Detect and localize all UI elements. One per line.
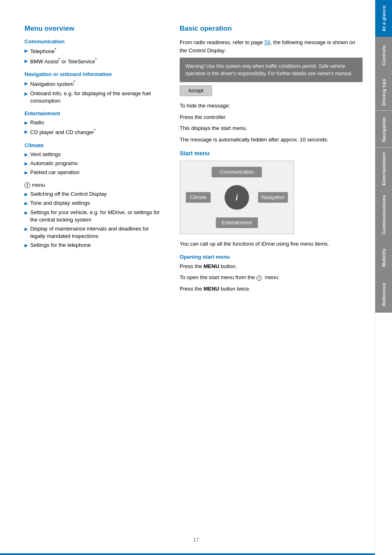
you-can-text: You can call up all the functions of iDr… xyxy=(180,240,363,248)
warning-box: Warning! Use this system only when traff… xyxy=(180,58,363,82)
bullet-arrow-icon: ▶ xyxy=(24,210,28,216)
opening-start-menu-heading: Opening start menu xyxy=(180,254,363,260)
item-text: Tone and display settings xyxy=(30,199,90,207)
i-menu-heading: i menu xyxy=(24,182,163,188)
item-text: Switching off the Control Display xyxy=(30,190,107,198)
bullet-arrow-icon: ▶ xyxy=(24,120,28,126)
warning-text: Warning! Use this system only when traff… xyxy=(185,63,352,76)
communication-heading: Communication xyxy=(24,38,163,45)
menu-item-communication: Communication xyxy=(212,167,262,177)
page-link[interactable]: 59 xyxy=(264,39,270,45)
bottom-bar xyxy=(0,553,375,555)
sidebar-tab-entertainment[interactable]: Entertainment xyxy=(375,148,392,190)
item-text: Telephone* xyxy=(30,47,56,56)
auto-hide-text: The message is automatically hidden afte… xyxy=(180,136,363,144)
bullet-arrow-icon: ▶ xyxy=(24,81,28,87)
sidebar-tab-mobility[interactable]: Mobility xyxy=(375,239,392,276)
bullet-arrow-icon: ▶ xyxy=(24,226,28,232)
hide-message-text: To hide the message: xyxy=(180,102,363,110)
main-content: Menu overview Communication ▶ Telephone*… xyxy=(0,0,375,555)
bullet-arrow-icon: ▶ xyxy=(24,152,28,158)
list-item: ▶ Automatic programs xyxy=(24,160,163,167)
list-item: ▶ BMW Assist* or TeleService* xyxy=(24,57,163,66)
list-item: ▶ Settings for the telephone xyxy=(24,242,163,249)
item-text: Display of maintenance intervals and dea… xyxy=(30,225,163,240)
list-item: ▶ Telephone* xyxy=(24,47,163,56)
i-center-icon: i xyxy=(236,193,238,202)
sidebar: At a glance Controls Driving tips Naviga… xyxy=(375,0,392,555)
item-text: Radio xyxy=(30,119,44,126)
item-text: Settings for the telephone xyxy=(30,242,91,249)
sidebar-tab-navigation[interactable]: Navigation xyxy=(375,111,392,148)
item-text: Onboard info, e.g. for displaying of the… xyxy=(30,90,163,105)
bullet-arrow-icon: ▶ xyxy=(24,161,28,167)
page-container: Menu overview Communication ▶ Telephone*… xyxy=(0,0,392,555)
item-text: Parked car operation xyxy=(30,169,80,176)
bullet-arrow-icon: ▶ xyxy=(24,91,28,97)
list-item: ▶ Tone and display settings xyxy=(24,199,163,207)
menu-item-climate: Climate xyxy=(186,192,211,203)
menu-item-navigation: Navigation xyxy=(258,192,288,203)
left-column: Menu overview Communication ▶ Telephone*… xyxy=(24,25,163,539)
hide-step-2: This displays the start menu. xyxy=(180,124,363,132)
i-menu-label: menu xyxy=(32,182,45,188)
start-menu-diagram: Communication Climate i Navigation Enter… xyxy=(180,161,294,234)
list-item: ▶ Display of maintenance intervals and d… xyxy=(24,225,163,240)
bullet-arrow-icon: ▶ xyxy=(24,200,28,206)
sidebar-tab-at-a-glance[interactable]: At a glance xyxy=(375,0,392,37)
open-step-3: Press the MENU button twice. xyxy=(180,285,363,293)
item-text: Navigation system* xyxy=(30,80,75,88)
menu-item-entertainment: Entertainment xyxy=(216,217,258,228)
bullet-arrow-icon: ▶ xyxy=(24,129,28,135)
item-text: BMW Assist* or TeleService* xyxy=(30,57,97,66)
list-item: ▶ Vent settings xyxy=(24,151,163,158)
sidebar-tab-communications[interactable]: Communications xyxy=(375,190,392,239)
navigation-info-heading: Navigation or onboard information xyxy=(24,71,163,77)
right-section-title: Basic operation xyxy=(180,25,363,33)
i-inline-icon: i xyxy=(256,275,262,281)
list-item: ▶ Radio xyxy=(24,119,163,126)
item-text: Settings for your vehicle, e.g. for MDri… xyxy=(30,209,163,224)
menu-bold-1: MENU xyxy=(204,263,219,269)
entertainment-heading: Entertainment xyxy=(24,110,163,116)
menu-bold-2: MENU xyxy=(204,286,219,292)
list-item: ▶ Navigation system* xyxy=(24,80,163,88)
sidebar-tab-controls[interactable]: Controls xyxy=(375,37,392,74)
left-section-title: Menu overview xyxy=(24,25,163,33)
climate-heading: Climate xyxy=(24,142,163,148)
start-menu-heading: Start menu xyxy=(180,150,363,157)
page-number: 17 xyxy=(193,537,199,543)
hide-step-1: Press the controller. xyxy=(180,113,363,121)
item-text: CD player and CD changer* xyxy=(30,128,96,137)
sidebar-tab-driving-tips[interactable]: Driving tips xyxy=(375,74,392,111)
item-text: Vent settings xyxy=(30,151,60,158)
bullet-arrow-icon: ▶ xyxy=(24,191,28,197)
list-item: ▶ CD player and CD changer* xyxy=(24,128,163,137)
accept-button[interactable]: Accept xyxy=(180,85,212,96)
list-item: ▶ Settings for your vehicle, e.g. for MD… xyxy=(24,209,163,224)
right-column: Basic operation From radio readiness, re… xyxy=(180,25,363,539)
item-text: Automatic programs xyxy=(30,160,78,167)
list-item: ▶ Switching off the Control Display xyxy=(24,190,163,198)
intro-text: From radio readiness, refer to page 59, … xyxy=(180,38,363,54)
bullet-arrow-icon: ▶ xyxy=(24,48,28,54)
i-icon: i xyxy=(24,182,30,188)
list-item: ▶ Parked car operation xyxy=(24,169,163,176)
bullet-arrow-icon: ▶ xyxy=(24,242,28,248)
menu-center-i-button[interactable]: i xyxy=(225,185,249,210)
sidebar-tab-reference[interactable]: Reference xyxy=(375,276,392,313)
open-step-1: Press the MENU button. xyxy=(180,262,363,271)
bullet-arrow-icon: ▶ xyxy=(24,58,28,64)
list-item: ▶ Onboard info, e.g. for displaying of t… xyxy=(24,90,163,105)
bullet-arrow-icon: ▶ xyxy=(24,170,28,176)
open-step-2: To open the start menu from the i menu: xyxy=(180,273,363,282)
